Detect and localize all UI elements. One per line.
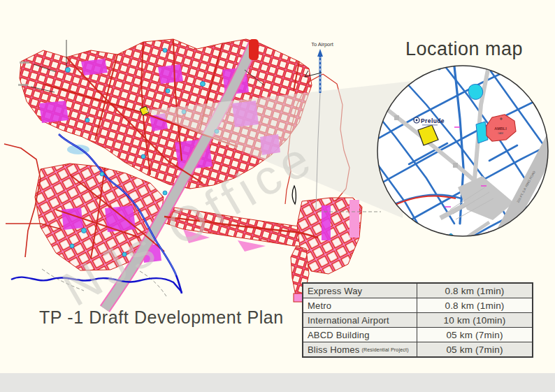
place-note: (Residential Project) <box>361 347 408 352</box>
page-bottom-strip <box>0 373 555 392</box>
distance-cell: 0.8 km (1min) <box>417 298 532 312</box>
place-label: Express Way <box>308 286 362 296</box>
distance-cell: 0.8 km (1min) <box>417 284 532 298</box>
pink-strip-east <box>349 200 359 238</box>
table-row: International Airport 10 km (10min) <box>303 312 532 327</box>
place-label: Bliss Homes <box>308 344 359 355</box>
place-cell: Express Way <box>303 284 417 298</box>
to-airport-label: To Airport <box>311 41 334 48</box>
distance-cell: 05 km (7min) <box>417 328 532 342</box>
ambli-sublabel: GAM <box>498 132 503 135</box>
table-row: ABCD Building 05 km (7min) <box>303 327 532 342</box>
place-label: ABCD Building <box>308 330 370 340</box>
place-cell: International Airport <box>303 313 417 327</box>
inset-red-area-edge <box>549 112 555 130</box>
place-cell: Metro <box>303 298 417 312</box>
prelude-tagline-bar <box>422 124 438 126</box>
place-label: Metro <box>308 300 331 311</box>
distance-cell: 05 km (7min) <box>417 342 532 356</box>
table-row: Bliss Homes (Residential Project) 05 km … <box>303 342 532 356</box>
table-row: Express Way 0.8 km (1min) <box>303 284 532 298</box>
distance-cell: 10 km (10min) <box>417 313 532 327</box>
inset-pond <box>468 85 483 100</box>
flyover-marker <box>249 39 259 60</box>
pink-fringe <box>238 240 266 252</box>
arrow-up-icon <box>317 49 323 57</box>
place-cell: ABCD Building <box>303 328 417 342</box>
plan-sheet: To Airport <box>0 0 555 392</box>
place-label: International Airport <box>308 315 389 326</box>
inset-red-area-edge <box>540 78 555 103</box>
table-row: Metro 0.8 km (1min) <box>303 298 532 312</box>
prelude-label: Prelude <box>421 117 445 124</box>
prelude-logo-dot <box>416 119 418 122</box>
location-map-title: Location map <box>405 38 523 60</box>
page-title: TP -1 Draft Development Plan <box>39 307 284 328</box>
ambli-label: AMBLI <box>494 126 507 131</box>
place-cell: Bliss Homes (Residential Project) <box>303 342 417 356</box>
distance-table: Express Way 0.8 km (1min) Metro 0.8 km (… <box>302 282 533 358</box>
